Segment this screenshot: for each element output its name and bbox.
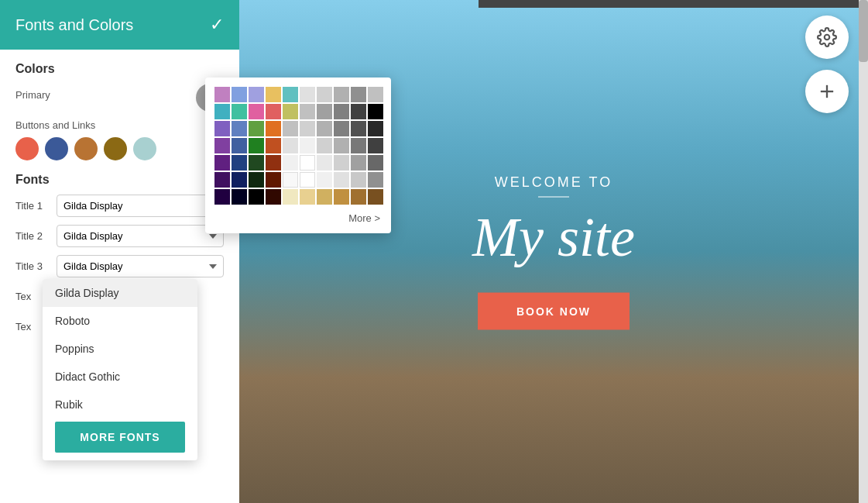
- color-cell[interactable]: [300, 87, 315, 102]
- color-cell[interactable]: [334, 121, 349, 136]
- color-cell[interactable]: [232, 189, 247, 205]
- swatch-copper[interactable]: [74, 137, 98, 160]
- title1-font-select[interactable]: Gilda Display: [57, 195, 224, 217]
- color-cell[interactable]: [368, 138, 383, 153]
- color-cell[interactable]: [266, 138, 281, 153]
- color-cell[interactable]: [266, 104, 281, 119]
- color-cell[interactable]: [283, 121, 298, 136]
- swatch-teal[interactable]: [133, 137, 156, 160]
- font-option-gilda[interactable]: Gilda Display: [43, 279, 197, 307]
- color-cell[interactable]: [283, 87, 298, 102]
- color-cell[interactable]: [317, 104, 332, 119]
- settings-button[interactable]: [805, 16, 849, 59]
- font-row-title2: Title 2 Gilda Display: [15, 225, 224, 247]
- primary-label: Primary: [15, 89, 50, 101]
- color-cell[interactable]: [232, 87, 247, 102]
- color-cell[interactable]: [232, 155, 247, 171]
- color-cell[interactable]: [300, 104, 315, 119]
- font-option-poppins[interactable]: Poppins: [43, 335, 197, 363]
- color-cell[interactable]: [249, 104, 264, 119]
- font-option-roboto[interactable]: Roboto: [43, 307, 197, 335]
- more-colors-link[interactable]: More >: [214, 212, 382, 224]
- color-cell[interactable]: [334, 138, 349, 153]
- color-cell[interactable]: [317, 87, 332, 102]
- color-cell[interactable]: [300, 189, 315, 205]
- color-cell[interactable]: [266, 172, 281, 188]
- color-cell[interactable]: [351, 155, 366, 171]
- color-cell[interactable]: [334, 155, 349, 171]
- color-cell[interactable]: [300, 172, 315, 188]
- book-now-button[interactable]: BOOK NOW: [478, 292, 630, 329]
- color-cell[interactable]: [334, 172, 349, 188]
- color-cell[interactable]: [232, 121, 247, 136]
- font-option-didact[interactable]: Didact Gothic: [43, 363, 197, 391]
- color-cell[interactable]: [317, 138, 332, 153]
- color-cell[interactable]: [232, 172, 247, 188]
- color-cell[interactable]: [266, 87, 281, 102]
- color-cell[interactable]: [300, 155, 315, 171]
- more-fonts-button[interactable]: MORE FONTS: [55, 422, 185, 453]
- color-cell[interactable]: [368, 87, 383, 102]
- color-cell[interactable]: [351, 189, 366, 205]
- color-cell[interactable]: [266, 189, 281, 205]
- font-dropdown-popup: Gilda Display Roboto Poppins Didact Goth…: [43, 279, 197, 460]
- swatch-brown[interactable]: [104, 137, 127, 160]
- color-cell[interactable]: [368, 104, 383, 119]
- color-cell[interactable]: [249, 138, 264, 153]
- color-cell[interactable]: [249, 155, 264, 171]
- color-cell[interactable]: [214, 138, 230, 153]
- color-cell[interactable]: [232, 138, 247, 153]
- color-cell[interactable]: [214, 121, 230, 136]
- color-cell[interactable]: [351, 104, 366, 119]
- welcome-divider: [538, 196, 569, 197]
- color-cell[interactable]: [266, 155, 281, 171]
- color-swatches: [15, 137, 224, 160]
- title2-font-select[interactable]: Gilda Display: [57, 225, 224, 247]
- color-cell[interactable]: [214, 87, 230, 102]
- add-button[interactable]: [805, 70, 849, 113]
- color-cell[interactable]: [232, 104, 247, 119]
- panel-title: Fonts and Colors: [15, 16, 133, 34]
- color-cell[interactable]: [317, 189, 332, 205]
- color-cell[interactable]: [317, 155, 332, 171]
- color-cell[interactable]: [317, 121, 332, 136]
- color-cell[interactable]: [283, 155, 298, 171]
- color-cell[interactable]: [351, 87, 366, 102]
- font-option-rubik[interactable]: Rubik: [43, 391, 197, 419]
- color-cell[interactable]: [249, 172, 264, 188]
- color-cell[interactable]: [368, 189, 383, 205]
- color-cell[interactable]: [334, 189, 349, 205]
- color-cell[interactable]: [266, 121, 281, 136]
- color-cell[interactable]: [283, 138, 298, 153]
- color-cell[interactable]: [214, 155, 230, 171]
- color-cell[interactable]: [300, 138, 315, 153]
- color-cell[interactable]: [249, 87, 264, 102]
- scrollbar[interactable]: [859, 0, 868, 503]
- color-cell[interactable]: [351, 138, 366, 153]
- color-cell[interactable]: [283, 172, 298, 188]
- preview-area: WELCOME TO My site BOOK NOW: [239, 0, 868, 503]
- color-cell[interactable]: [214, 104, 230, 119]
- color-cell[interactable]: [249, 121, 264, 136]
- plus-icon: [816, 81, 838, 102]
- color-cell[interactable]: [214, 172, 230, 188]
- title1-label: Title 1: [15, 200, 50, 212]
- swatch-blue[interactable]: [45, 137, 68, 160]
- color-cell[interactable]: [300, 121, 315, 136]
- color-cell[interactable]: [351, 172, 366, 188]
- color-cell[interactable]: [334, 104, 349, 119]
- title3-font-select[interactable]: Gilda Display: [57, 255, 224, 277]
- confirm-button[interactable]: ✓: [210, 15, 224, 35]
- scrollbar-thumb[interactable]: [859, 0, 868, 62]
- color-cell[interactable]: [249, 189, 264, 205]
- swatch-red[interactable]: [15, 137, 39, 160]
- color-cell[interactable]: [283, 104, 298, 119]
- color-cell[interactable]: [317, 172, 332, 188]
- color-cell[interactable]: [334, 87, 349, 102]
- color-cell[interactable]: [214, 189, 230, 205]
- color-cell[interactable]: [368, 155, 383, 171]
- color-cell[interactable]: [351, 121, 366, 136]
- color-cell[interactable]: [368, 172, 383, 188]
- color-cell[interactable]: [283, 189, 298, 205]
- color-cell[interactable]: [368, 121, 383, 136]
